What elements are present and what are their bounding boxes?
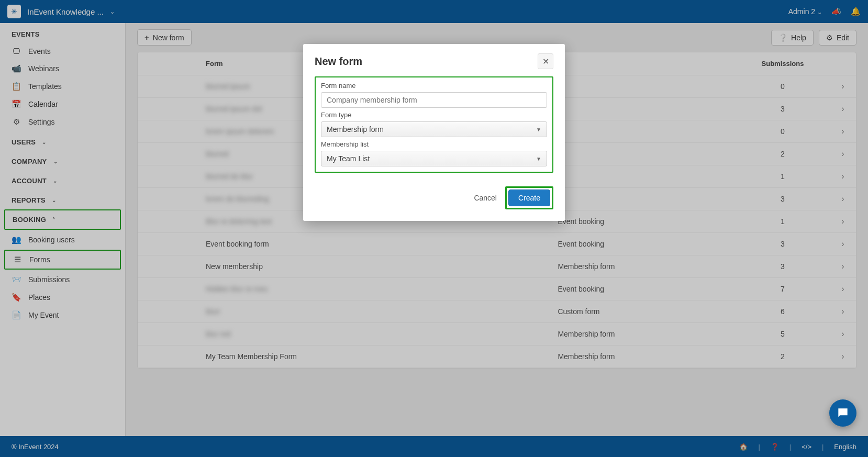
membership-list-select[interactable]: My Team List▼ bbox=[321, 151, 547, 166]
form-type-label: Form type bbox=[321, 111, 547, 119]
chevron-down-icon: ▼ bbox=[536, 156, 541, 162]
create-button[interactable]: Create bbox=[508, 190, 550, 206]
form-type-select[interactable]: Membership form▼ bbox=[321, 121, 547, 137]
form-name-label: Form name bbox=[321, 82, 547, 90]
form-fields-highlight: Form name Form type Membership form▼ Mem… bbox=[315, 76, 553, 173]
new-form-modal: New form ✕ Form name Form type Membershi… bbox=[303, 44, 565, 221]
cancel-button[interactable]: Cancel bbox=[474, 194, 497, 202]
close-icon: ✕ bbox=[542, 57, 549, 66]
membership-list-label: Membership list bbox=[321, 140, 547, 148]
create-button-highlight: Create bbox=[505, 186, 553, 209]
modal-title: New form bbox=[315, 55, 362, 68]
close-button[interactable]: ✕ bbox=[538, 53, 553, 69]
chat-icon bbox=[836, 406, 850, 420]
chat-fab[interactable] bbox=[829, 399, 856, 427]
modal-overlay: New form ✕ Form name Form type Membershi… bbox=[0, 0, 868, 436]
chevron-down-icon: ▼ bbox=[536, 127, 541, 132]
form-name-input[interactable] bbox=[321, 92, 547, 108]
